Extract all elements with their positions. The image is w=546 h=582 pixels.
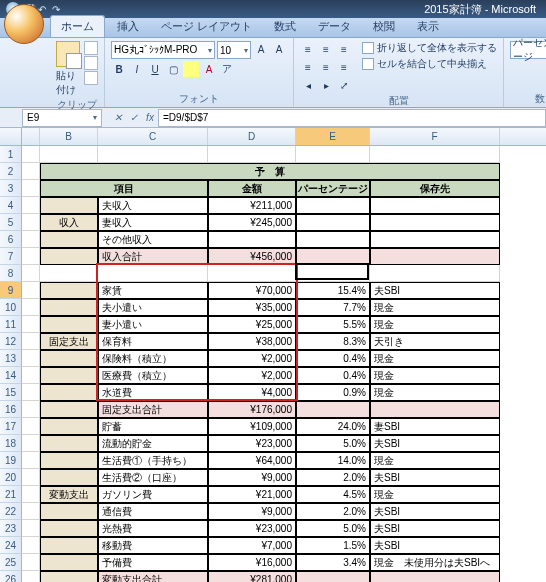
- tab-view[interactable]: 表示: [407, 16, 449, 37]
- cell[interactable]: 現金: [370, 299, 500, 316]
- col-header-c[interactable]: C: [98, 128, 208, 145]
- office-button[interactable]: [4, 4, 44, 44]
- cell[interactable]: 0.4%: [296, 350, 370, 367]
- row-header[interactable]: 7: [0, 248, 22, 265]
- row-header[interactable]: 25: [0, 554, 22, 571]
- increase-indent-button[interactable]: ▸: [318, 77, 334, 93]
- cell[interactable]: 夫SBI: [370, 282, 500, 299]
- bold-button[interactable]: B: [111, 61, 127, 77]
- cell[interactable]: 5.0%: [296, 520, 370, 537]
- cell[interactable]: 4.5%: [296, 486, 370, 503]
- cell[interactable]: 夫小遣い: [98, 299, 208, 316]
- cell[interactable]: [22, 469, 40, 486]
- cell[interactable]: その他収入: [98, 231, 208, 248]
- cell[interactable]: ¥456,000: [208, 248, 296, 265]
- cell[interactable]: [208, 146, 296, 163]
- cell[interactable]: ¥2,000: [208, 367, 296, 384]
- row-header[interactable]: 6: [0, 231, 22, 248]
- align-center-button[interactable]: ≡: [318, 59, 334, 75]
- fixed-cat[interactable]: [40, 384, 98, 401]
- cell[interactable]: [22, 231, 40, 248]
- income-cat[interactable]: [40, 197, 98, 214]
- cell[interactable]: [22, 316, 40, 333]
- row-header[interactable]: 22: [0, 503, 22, 520]
- cell[interactable]: 夫SBI: [370, 469, 500, 486]
- name-box[interactable]: E9▾: [22, 109, 102, 127]
- font-name-combo[interactable]: HG丸ｺﾞｼｯｸM-PRO▾: [111, 41, 215, 59]
- cell[interactable]: [40, 401, 98, 418]
- paste-button[interactable]: 貼り付け: [56, 41, 80, 97]
- cell[interactable]: 水道費: [98, 384, 208, 401]
- cell[interactable]: 1.5%: [296, 537, 370, 554]
- cell[interactable]: 妻収入: [98, 214, 208, 231]
- cell[interactable]: [370, 401, 500, 418]
- cell[interactable]: ¥2,000: [208, 350, 296, 367]
- cell[interactable]: [40, 571, 98, 582]
- cell[interactable]: [98, 146, 208, 163]
- cell[interactable]: [22, 452, 40, 469]
- cell[interactable]: [370, 265, 500, 282]
- cell[interactable]: [22, 384, 40, 401]
- tab-review[interactable]: 校閲: [363, 16, 405, 37]
- select-all-corner[interactable]: [0, 128, 22, 145]
- var-cat[interactable]: [40, 435, 98, 452]
- row-header[interactable]: 15: [0, 384, 22, 401]
- border-button[interactable]: ▢: [165, 61, 181, 77]
- cell[interactable]: [370, 214, 500, 231]
- cell[interactable]: [22, 435, 40, 452]
- cell[interactable]: [22, 520, 40, 537]
- cell[interactable]: [296, 231, 370, 248]
- cell[interactable]: 収入合計: [98, 248, 208, 265]
- wrap-text-button[interactable]: 折り返して全体を表示する: [362, 41, 497, 55]
- row-header[interactable]: 13: [0, 350, 22, 367]
- row-header[interactable]: 24: [0, 537, 22, 554]
- underline-button[interactable]: U: [147, 61, 163, 77]
- row-header[interactable]: 2: [0, 163, 22, 180]
- number-format-combo[interactable]: パーセンテージ: [510, 41, 546, 59]
- decrease-indent-button[interactable]: ◂: [300, 77, 316, 93]
- format-painter-icon[interactable]: [84, 71, 98, 85]
- align-right-button[interactable]: ≡: [336, 59, 352, 75]
- align-left-button[interactable]: ≡: [300, 59, 316, 75]
- font-size-combo[interactable]: 10▾: [217, 41, 251, 59]
- fixed-cat[interactable]: [40, 350, 98, 367]
- hdr-item[interactable]: 項目: [40, 180, 208, 197]
- row-header[interactable]: 16: [0, 401, 22, 418]
- cell[interactable]: [40, 231, 98, 248]
- cell[interactable]: ¥211,000: [208, 197, 296, 214]
- row-header[interactable]: 19: [0, 452, 22, 469]
- phonetic-button[interactable]: ア: [219, 61, 235, 77]
- cell[interactable]: [40, 248, 98, 265]
- cancel-icon[interactable]: ✕: [110, 110, 126, 126]
- cell[interactable]: 現金: [370, 486, 500, 503]
- fixed-cat[interactable]: [40, 299, 98, 316]
- cell[interactable]: [22, 214, 40, 231]
- tab-data[interactable]: データ: [308, 16, 361, 37]
- cell[interactable]: [370, 146, 500, 163]
- cell[interactable]: 光熱費: [98, 520, 208, 537]
- cell[interactable]: [22, 503, 40, 520]
- align-middle-button[interactable]: ≡: [318, 41, 334, 57]
- row-header[interactable]: 20: [0, 469, 22, 486]
- cell[interactable]: [22, 554, 40, 571]
- cell[interactable]: [22, 486, 40, 503]
- cell[interactable]: [370, 248, 500, 265]
- cell[interactable]: 流動的貯金: [98, 435, 208, 452]
- cell[interactable]: [208, 265, 296, 282]
- cell[interactable]: ¥7,000: [208, 537, 296, 554]
- cell[interactable]: [22, 418, 40, 435]
- budget-title[interactable]: 予 算: [40, 163, 500, 180]
- col-header-f[interactable]: F: [370, 128, 500, 145]
- cell[interactable]: [22, 180, 40, 197]
- var-cat[interactable]: [40, 469, 98, 486]
- cell[interactable]: 生活費①（手持ち）: [98, 452, 208, 469]
- cell[interactable]: 変動支出合計: [98, 571, 208, 582]
- cell[interactable]: [22, 265, 40, 282]
- fill-color-button[interactable]: [183, 61, 199, 77]
- cell[interactable]: ¥25,000: [208, 316, 296, 333]
- row-header[interactable]: 3: [0, 180, 22, 197]
- cell[interactable]: 保険料（積立）: [98, 350, 208, 367]
- align-top-button[interactable]: ≡: [300, 41, 316, 57]
- worksheet-grid[interactable]: B C D E F 12予 算3項目金額パーセンテージ保存先4夫収入¥211,0…: [0, 128, 546, 582]
- cell[interactable]: [22, 282, 40, 299]
